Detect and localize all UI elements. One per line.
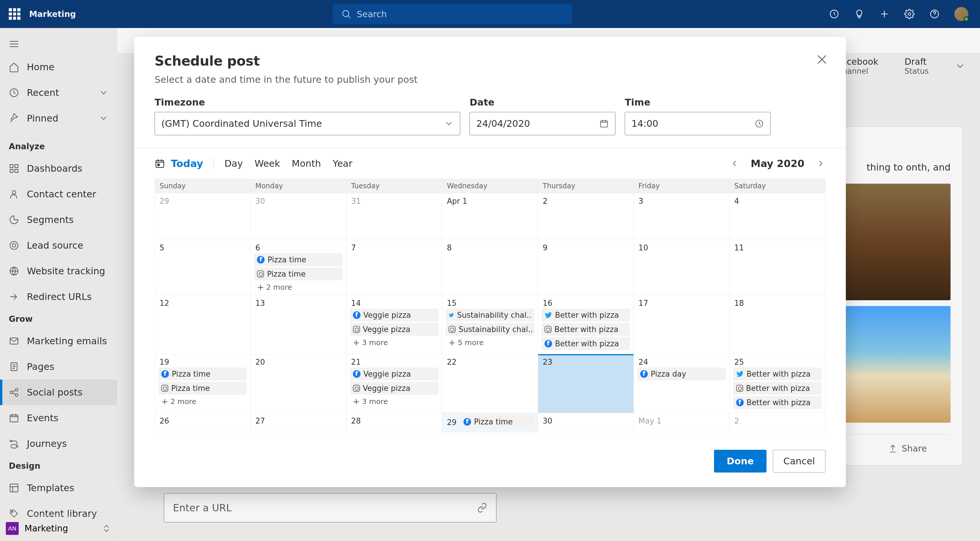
calendar-cell[interactable]: 13 xyxy=(251,295,346,354)
calendar-cell[interactable]: 29 xyxy=(155,193,251,240)
twitter-icon xyxy=(736,370,744,378)
calendar-cell[interactable]: 25 Better with pizza Better with pizza B… xyxy=(729,354,825,413)
calendar-cell[interactable]: 30 xyxy=(538,413,633,432)
event-pill[interactable]: Pizza time xyxy=(461,416,534,428)
next-month-icon[interactable] xyxy=(816,159,826,168)
event-pill[interactable]: Pizza time xyxy=(254,268,342,281)
calendar-cell[interactable]: 26 xyxy=(155,413,251,432)
svg-rect-32 xyxy=(156,160,164,167)
facebook-icon xyxy=(463,418,471,425)
instagram-icon xyxy=(257,271,264,278)
calendar-cell[interactable]: 7 xyxy=(346,240,442,295)
instagram-icon xyxy=(449,326,456,333)
more-events[interactable]: +2 more xyxy=(158,396,247,407)
calendar-cell[interactable]: 10 xyxy=(634,240,729,295)
twitter-icon xyxy=(449,311,454,319)
calendar-cell[interactable]: 29 Pizza time xyxy=(442,413,538,432)
date-input[interactable]: 24/04/2020 xyxy=(469,112,616,135)
view-day[interactable]: Day xyxy=(224,158,243,169)
calendar-cell[interactable]: 8 xyxy=(442,240,538,295)
calendar-cell[interactable]: 9 xyxy=(538,240,633,295)
facebook-icon xyxy=(161,370,169,378)
dow-header: Saturday xyxy=(729,179,825,193)
event-pill[interactable]: Pizza time xyxy=(158,368,247,381)
instagram-icon xyxy=(353,385,360,392)
dow-header: Thursday xyxy=(538,179,633,193)
event-pill[interactable]: Veggie pizza xyxy=(350,382,438,395)
event-pill[interactable]: Pizza time xyxy=(158,382,247,395)
calendar-cell[interactable]: 2 xyxy=(729,413,825,432)
dow-header: Monday xyxy=(251,179,346,193)
dow-header: Friday xyxy=(634,179,729,193)
calendar-cell[interactable]: 15 Sustainability chal.. Sustainability … xyxy=(442,295,538,354)
calendar-cell[interactable]: May 1 xyxy=(634,413,729,432)
twitter-icon xyxy=(544,311,552,319)
calendar-cell[interactable]: 2 xyxy=(538,193,633,240)
instagram-icon xyxy=(353,326,360,333)
cancel-button[interactable]: Cancel xyxy=(773,450,826,473)
clock-icon xyxy=(754,119,764,128)
current-month: May 2020 xyxy=(751,158,804,169)
calendar-cell[interactable]: 16 Better with pizza Better with pizza B… xyxy=(538,295,633,354)
calendar-cell[interactable]: 19 Pizza time Pizza time +2 more xyxy=(155,354,251,413)
calendar-cell[interactable]: Apr 1 xyxy=(442,193,538,240)
close-button[interactable] xyxy=(816,53,828,66)
instagram-icon xyxy=(544,326,552,333)
done-button[interactable]: Done xyxy=(714,450,767,473)
facebook-icon xyxy=(257,256,264,263)
event-pill[interactable]: Sustainability chal.. xyxy=(445,323,534,336)
calendar-cell[interactable]: 4 xyxy=(729,193,825,240)
view-year[interactable]: Year xyxy=(333,158,353,169)
calendar-cell[interactable]: 14 Veggie pizza Veggie pizza +3 more xyxy=(346,295,442,354)
timezone-select[interactable]: (GMT) Coordinated Universal Time xyxy=(154,112,460,135)
today-button[interactable]: Today xyxy=(171,158,203,169)
event-pill[interactable]: Better with pizza xyxy=(542,337,630,350)
calendar-cell[interactable]: 12 xyxy=(155,295,251,354)
event-pill[interactable]: Better with pizza xyxy=(542,323,630,336)
prev-month-icon[interactable] xyxy=(730,159,739,168)
time-input[interactable]: 14:00 xyxy=(625,112,771,135)
calendar-icon xyxy=(600,119,609,128)
calendar-cell[interactable]: 18 xyxy=(729,295,825,354)
calendar-cell[interactable]: 6 Pizza time Pizza time +2 more xyxy=(251,240,346,295)
calendar-today-icon[interactable] xyxy=(154,158,165,169)
event-pill[interactable]: Better with pizza xyxy=(733,382,822,395)
calendar-cell[interactable]: 24 Pizza day xyxy=(634,354,729,413)
event-pill[interactable]: Better with pizza xyxy=(542,309,630,322)
view-month[interactable]: Month xyxy=(292,158,321,169)
calendar-cell[interactable]: 22 xyxy=(442,354,538,413)
chevron-down-icon xyxy=(444,119,453,128)
calendar-cell[interactable]: 31 xyxy=(346,193,442,240)
calendar-cell[interactable]: 28 xyxy=(346,413,442,432)
calendar-cell[interactable]: 3 xyxy=(634,193,729,240)
more-events[interactable]: +5 more xyxy=(445,337,534,348)
event-pill[interactable]: Veggie pizza xyxy=(350,323,438,336)
event-pill[interactable]: Pizza time xyxy=(254,253,342,266)
event-pill[interactable]: Better with pizza xyxy=(733,368,822,381)
time-label: Time xyxy=(625,97,771,108)
calendar-cell[interactable]: 5 xyxy=(155,240,251,295)
more-events[interactable]: +3 more xyxy=(350,396,438,407)
calendar-toolbar: Today Day Week Month Year May 2020 xyxy=(134,148,846,179)
dialog-title: Schedule post xyxy=(154,53,826,69)
calendar-cell-selected[interactable]: 23 xyxy=(538,354,633,413)
date-label: Date xyxy=(469,97,616,108)
more-events[interactable]: +3 more xyxy=(350,337,438,348)
calendar-cell[interactable]: 20 xyxy=(251,354,346,413)
timezone-value: (GMT) Coordinated Universal Time xyxy=(161,118,322,129)
view-week[interactable]: Week xyxy=(255,158,280,169)
schedule-post-dialog: Schedule post Select a date and time in … xyxy=(134,37,846,487)
calendar-cell[interactable]: 21 Veggie pizza Veggie pizza +3 more xyxy=(346,354,442,413)
event-pill[interactable]: Better with pizza xyxy=(733,396,822,409)
dow-header: Tuesday xyxy=(346,179,442,193)
event-pill[interactable]: Pizza day xyxy=(637,368,725,381)
calendar-cell[interactable]: 11 xyxy=(729,240,825,295)
calendar-cell[interactable]: 27 xyxy=(251,413,346,432)
calendar-cell[interactable]: 17 xyxy=(634,295,729,354)
more-events[interactable]: +2 more xyxy=(254,282,342,293)
event-pill[interactable]: Sustainability chal.. xyxy=(445,309,534,322)
event-pill[interactable]: Veggie pizza xyxy=(350,368,438,381)
event-pill[interactable]: Veggie pizza xyxy=(350,309,438,322)
timezone-label: Timezone xyxy=(154,97,460,108)
calendar-cell[interactable]: 30 xyxy=(251,193,346,240)
